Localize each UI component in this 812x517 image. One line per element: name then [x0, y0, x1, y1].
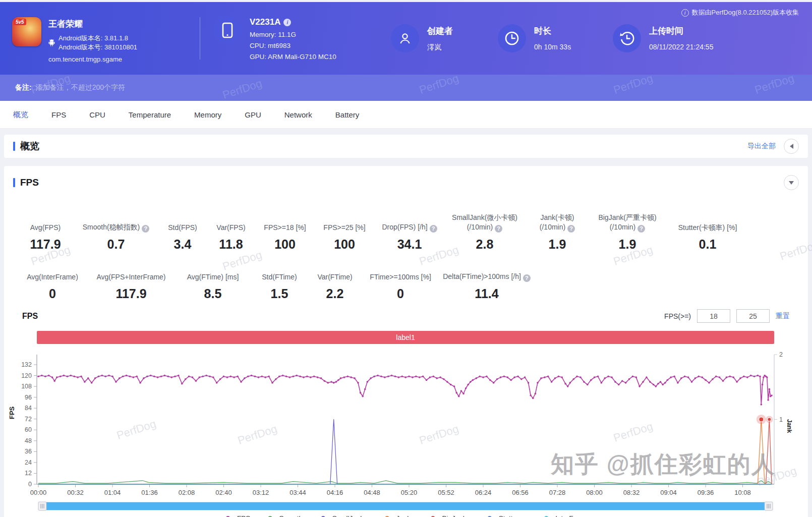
stat-value: 1.5	[271, 286, 288, 301]
stat-smalljank-: SmallJank(微小卡顿)(/10min)?2.8	[445, 212, 525, 252]
svg-text:Jank: Jank	[396, 514, 411, 517]
right-axis-title: Jank	[786, 419, 793, 433]
game-name: 王者荣耀	[48, 18, 137, 30]
stat-value: 0.7	[107, 237, 125, 252]
reset-link[interactable]: 重置	[776, 312, 790, 321]
legend-item-smalljank[interactable]: SmallJank	[317, 514, 364, 517]
overview-section: 概览 导出全部	[4, 135, 808, 158]
legend-item-interframe[interactable]: InterFrame	[540, 514, 589, 517]
svg-text:01:36: 01:36	[141, 489, 158, 496]
svg-text:07:28: 07:28	[549, 489, 566, 496]
stat-jank-: Jank(卡顿)(/10min)?1.9	[525, 212, 590, 252]
stat-value: 0	[49, 286, 56, 301]
svg-text:96: 96	[25, 394, 32, 401]
stat-smooth-: Smooth(稳帧指数)?0.7	[74, 212, 158, 252]
svg-text:BigJank: BigJank	[442, 514, 466, 517]
note-bar[interactable]: 备注: 添加备注，不超过200个字符	[0, 75, 812, 101]
svg-text:05:20: 05:20	[401, 489, 418, 496]
fps-stats-row2: Avg(InterFrame)0Avg(FPS+InterFrame)117.9…	[17, 262, 535, 301]
series-jank	[38, 420, 772, 485]
fps-threshold-label: FPS(>=)	[664, 312, 691, 320]
svg-text:SmallJank: SmallJank	[332, 514, 364, 517]
legend-item-fps[interactable]: FPS	[222, 514, 250, 517]
svg-text:InterFrame: InterFrame	[555, 514, 589, 517]
svg-text:36: 36	[25, 448, 32, 455]
stat-delta-ftime-100ms-h-: Delta(FTime)>100ms [/h]?11.4	[439, 262, 535, 301]
device-info-icon[interactable]: i	[283, 19, 291, 26]
tab-fps[interactable]: FPS	[51, 110, 66, 119]
fps-stats-row1: Avg(FPS)117.9Smooth(稳帧指数)?0.7Std(FPS)3.4…	[17, 212, 750, 252]
help-icon[interactable]: ?	[142, 225, 149, 233]
tab-概览[interactable]: 概览	[13, 110, 28, 120]
fps-threshold-min-input[interactable]	[697, 309, 730, 323]
stat-ftime-100ms-: FTime>=100ms [%]0	[362, 262, 439, 301]
tab-temperature[interactable]: Temperature	[129, 110, 171, 119]
svg-text:02:40: 02:40	[215, 489, 232, 496]
chart-scrollbar-track[interactable]	[46, 502, 765, 510]
svg-text:08:00: 08:00	[586, 489, 603, 496]
stat-avg-ftime-ms-: Avg(FTime) [ms]8.5	[175, 262, 251, 301]
svg-text:0: 0	[28, 481, 32, 488]
section-accent-bar	[13, 178, 15, 187]
stat-value: 3.4	[174, 237, 192, 252]
overview-title: 概览	[20, 140, 39, 153]
clock-icon	[498, 24, 526, 52]
device-memory: Memory: 11.1G	[250, 31, 336, 38]
stat-std-fps-: Std(FPS)3.4	[158, 212, 207, 252]
stat-value: 117.9	[30, 237, 61, 252]
help-icon[interactable]: ?	[430, 225, 437, 233]
svg-text:12: 12	[25, 470, 32, 477]
legend-item-smooth[interactable]: Smooth	[264, 514, 303, 517]
help-icon[interactable]: ?	[567, 225, 575, 233]
android-icon	[48, 39, 55, 46]
stat-fps-25-: FPS>=25 [%]100	[315, 212, 374, 252]
legend-item-jank[interactable]: Jank	[381, 514, 411, 517]
upload-block: 上传时间 08/11/2022 21:24:55	[613, 24, 713, 52]
svg-text:04:48: 04:48	[364, 489, 380, 496]
legend-item-stutter[interactable]: Stutter	[484, 514, 519, 517]
svg-text:03:12: 03:12	[253, 489, 269, 496]
creator-label: 创建者	[427, 25, 453, 37]
stat-value: 11.8	[219, 237, 243, 252]
help-icon[interactable]: ?	[495, 225, 502, 233]
triangle-down-icon	[789, 181, 794, 185]
fps-threshold-max-input[interactable]	[736, 309, 770, 323]
stat-std-ftime-: Std(FTime)1.5	[251, 262, 308, 301]
svg-text:02:08: 02:08	[179, 489, 195, 496]
tab-network[interactable]: Network	[284, 110, 312, 119]
jank-marker-dot	[759, 417, 764, 422]
stat-stutter-: Stutter(卡顿率) [%]0.1	[665, 212, 750, 252]
fps-section-title: FPS	[20, 177, 39, 188]
upload-value: 08/11/2022 21:24:55	[649, 43, 713, 51]
history-clock-icon	[613, 24, 641, 52]
svg-text:01:04: 01:04	[104, 489, 121, 496]
header-divider	[200, 17, 200, 60]
series-smalljank	[38, 420, 772, 485]
collapse-all-button[interactable]	[784, 139, 799, 154]
jank-marker-dot	[768, 418, 771, 421]
svg-text:09:04: 09:04	[660, 489, 677, 496]
svg-text:108: 108	[21, 383, 32, 390]
collapse-fps-button[interactable]	[784, 175, 799, 190]
tab-gpu[interactable]: GPU	[245, 110, 261, 119]
stat-value: 34.1	[397, 237, 422, 252]
stat-drop-fps-h-: Drop(FPS) [/h]?34.1	[374, 212, 445, 252]
svg-text:06:56: 06:56	[512, 489, 529, 496]
tab-battery[interactable]: Battery	[335, 110, 360, 119]
legend-item-bigjank[interactable]: BigJank	[427, 514, 466, 517]
svg-text:1: 1	[779, 416, 783, 423]
tab-memory[interactable]: Memory	[194, 110, 221, 119]
svg-text:Smooth: Smooth	[279, 514, 303, 517]
fps-chart[interactable]: label1012243648607284961081201321200:000…	[4, 323, 808, 517]
report-header: i 数据由PerfDog(8.0.221052)版本收集 5v5 王者荣耀	[0, 2, 812, 75]
device-cpu: CPU: mt6983	[250, 42, 336, 49]
help-icon[interactable]: ?	[637, 225, 645, 233]
svg-text:10:08: 10:08	[734, 489, 751, 496]
help-icon[interactable]: ?	[523, 274, 531, 282]
tab-cpu[interactable]: CPU	[89, 110, 105, 119]
svg-text:132: 132	[21, 361, 32, 368]
device-info-block: V2231A i Memory: 11.1G CPU: mt6983 GPU: …	[213, 16, 391, 61]
stat-value: 117.9	[115, 286, 146, 301]
export-all-link[interactable]: 导出全部	[747, 142, 776, 151]
stat-value: 0	[397, 286, 404, 301]
